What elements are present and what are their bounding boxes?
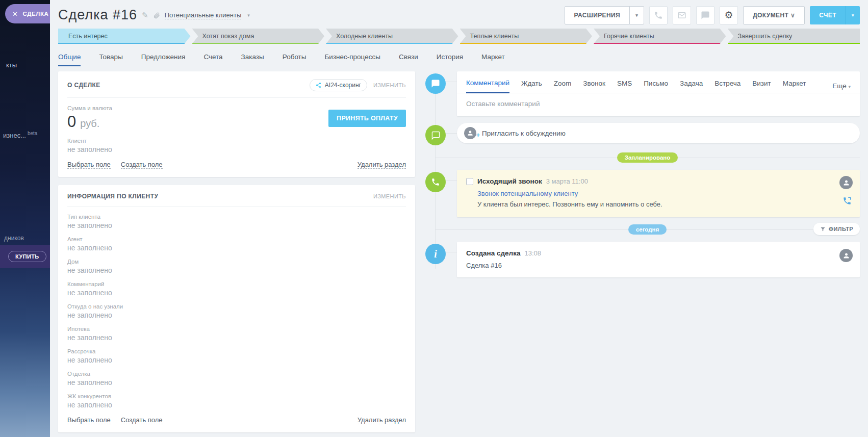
stage-pipeline: Есть интерес Хотят показ дома Холодные к… — [58, 29, 860, 44]
tab-istoriya[interactable]: История — [437, 53, 463, 66]
create-field-link[interactable]: Создать поле — [121, 416, 163, 424]
stage-holodnye[interactable]: Холодные клиенты — [326, 29, 458, 44]
timeline-more-link[interactable]: Еще ▾ — [832, 82, 851, 90]
document-button[interactable]: ДОКУМЕНТ ∨ — [743, 6, 805, 24]
timeline-call-entry: Исходящий звонок 3 марта 11:00 Звонок по… — [425, 170, 860, 217]
tab-roboty[interactable]: Роботы — [283, 53, 307, 66]
avatar-icon[interactable] — [839, 249, 853, 262]
stage-hotyat-pokaz[interactable]: Хотят показ дома — [192, 29, 325, 44]
invite-to-discussion[interactable]: + Пригласить к обсуждению — [457, 123, 860, 143]
invite-bubble-icon — [425, 125, 446, 145]
chevron-down-icon[interactable]: ▾ — [247, 13, 250, 18]
amount-value[interactable]: 0 руб. — [67, 113, 112, 131]
extensions-button-label: РАСШИРЕНИЯ — [565, 12, 630, 19]
timeline-tab-vstrecha[interactable]: Встреча — [714, 80, 741, 93]
tab-tovary[interactable]: Товары — [99, 53, 122, 66]
ai-scoring-badge[interactable]: AI24-скоринг — [310, 79, 367, 91]
chevron-down-icon[interactable]: ▾ — [629, 7, 644, 24]
timeline-tab-zadacha[interactable]: Задача — [680, 80, 703, 93]
field-value[interactable]: не заполнено — [67, 311, 406, 319]
call-now-icon[interactable] — [843, 196, 852, 208]
about-deal-card: О СДЕЛКЕ AI24-скоринг изменить Сумма и в… — [58, 71, 415, 177]
create-field-link[interactable]: Создать поле — [121, 161, 163, 169]
call-description: У клиента был интерес. Позвонить ему и н… — [477, 200, 829, 208]
timeline-column: Комментарий Ждать Zoom Звонок SMS Письмо… — [425, 71, 860, 284]
document-button-label: ДОКУМЕНТ ∨ — [744, 12, 804, 19]
tab-scheta[interactable]: Счета — [203, 53, 222, 66]
timeline-tab-vizit[interactable]: Визит — [752, 80, 771, 93]
close-icon[interactable]: ✕ — [12, 10, 18, 18]
timeline-tab-pismo[interactable]: Письмо — [644, 80, 668, 93]
chevron-down-icon[interactable]: ▾ — [846, 6, 860, 24]
stage-est-interes[interactable]: Есть интерес — [58, 29, 191, 44]
field-label: Рассрочка — [67, 348, 406, 354]
field-value[interactable]: не заполнено — [67, 356, 406, 364]
buy-banner: КУПИТЬ — [0, 245, 50, 268]
stage-teplye[interactable]: Теплые клиенты — [460, 29, 593, 44]
mail-button[interactable] — [673, 6, 691, 24]
field-label: Комментарий — [67, 281, 406, 287]
complete-checkbox[interactable] — [466, 178, 473, 185]
slider-tab-label: СДЕЛКА — [23, 11, 49, 17]
edit-section-link[interactable]: изменить — [373, 82, 406, 88]
field-value[interactable]: не заполнено — [67, 289, 406, 297]
tab-svyazi[interactable]: Связи — [399, 53, 418, 66]
tab-zakazy[interactable]: Заказы — [241, 53, 264, 66]
invoice-button[interactable]: СЧЁТ ▾ — [810, 6, 860, 24]
info-icon: i — [425, 244, 446, 264]
scheduled-call-card: Исходящий звонок 3 марта 11:00 Звонок по… — [457, 170, 860, 217]
slider-close-tab[interactable]: ✕ СДЕЛКА — [5, 4, 50, 23]
tab-predlozheniya[interactable]: Предложения — [141, 53, 186, 66]
stage-zavershit[interactable]: Завершить сделку — [728, 29, 860, 44]
tab-market[interactable]: Маркет — [481, 53, 505, 66]
edit-section-link[interactable]: изменить — [373, 193, 406, 199]
sidebar-item-fragment[interactable]: кты — [6, 61, 17, 69]
buy-button[interactable]: КУПИТЬ — [8, 251, 46, 262]
field-value[interactable]: не заполнено — [67, 378, 406, 387]
sidebar-item-fragment[interactable]: изнес...beta — [3, 131, 37, 139]
paperclip-icon[interactable] — [153, 12, 160, 19]
avatar-icon[interactable] — [839, 176, 853, 189]
phone-icon — [425, 172, 446, 192]
delete-section-link[interactable]: Удалить раздел — [358, 416, 406, 424]
field-row: Комментарий не заполнено — [67, 281, 406, 297]
field-value[interactable]: не заполнено — [67, 333, 406, 342]
timeline-tab-zvonok[interactable]: Звонок — [583, 80, 605, 93]
extensions-button[interactable]: РАСШИРЕНИЯ ▾ — [565, 6, 645, 24]
stage-goryachie[interactable]: Горячие клиенты — [594, 29, 726, 44]
pipeline-selector[interactable]: Потенциальные клиенты — [165, 11, 242, 19]
accept-payment-button[interactable]: ПРИНЯТЬ ОПЛАТУ — [328, 110, 406, 127]
field-value[interactable]: не заполнено — [67, 266, 406, 274]
field-value[interactable]: не заполнено — [67, 221, 406, 229]
comment-input[interactable]: Оставьте комментарий — [457, 93, 860, 116]
call-button[interactable] — [649, 6, 668, 24]
tab-obshchie[interactable]: Общие — [58, 53, 81, 66]
pencil-icon[interactable]: ✎ — [142, 11, 148, 20]
delete-section-link[interactable]: Удалить раздел — [358, 161, 406, 169]
filter-button[interactable]: ФИЛЬТР — [813, 223, 860, 235]
field-label: Отделка — [67, 371, 406, 377]
timeline-tab-sms[interactable]: SMS — [617, 80, 632, 93]
call-subject-link[interactable]: Звонок потенциальному клиенту — [477, 190, 829, 197]
timeline-tab-zoom[interactable]: Zoom — [554, 80, 572, 93]
call-datetime: 3 марта 11:00 — [546, 177, 588, 185]
deal-fields-column: О СДЕЛКЕ AI24-скоринг изменить Сумма и в… — [58, 71, 415, 432]
field-value[interactable]: не заполнено — [67, 401, 406, 409]
deal-slider-screen: кты изнес...beta дников КУПИТЬ ✕ СДЕЛКА … — [0, 0, 868, 437]
client-value[interactable]: не заполнено — [67, 145, 406, 153]
tab-biznes-processy[interactable]: Бизнес-процессы — [324, 53, 380, 66]
timeline-tab-market[interactable]: Маркет — [783, 80, 806, 93]
page-title: Сделка #16 — [58, 7, 137, 23]
timeline-tab-zhdat[interactable]: Ждать — [521, 80, 542, 93]
chat-button[interactable] — [696, 6, 714, 24]
field-label: Тип клиента — [67, 214, 406, 220]
field-value[interactable]: не заполнено — [67, 244, 406, 252]
timeline-tab-kommentariy[interactable]: Комментарий — [466, 79, 509, 93]
app-sidebar-strip: кты изнес...beta дников КУПИТЬ — [0, 0, 50, 437]
settings-button[interactable]: ⚙ — [720, 6, 738, 24]
planned-divider: Запланировано — [435, 152, 860, 163]
select-field-link[interactable]: Выбрать поле — [67, 416, 111, 424]
comment-bubble-icon — [425, 73, 446, 94]
select-field-link[interactable]: Выбрать поле — [67, 161, 111, 169]
field-label: ЖК конкурентов — [67, 393, 406, 399]
